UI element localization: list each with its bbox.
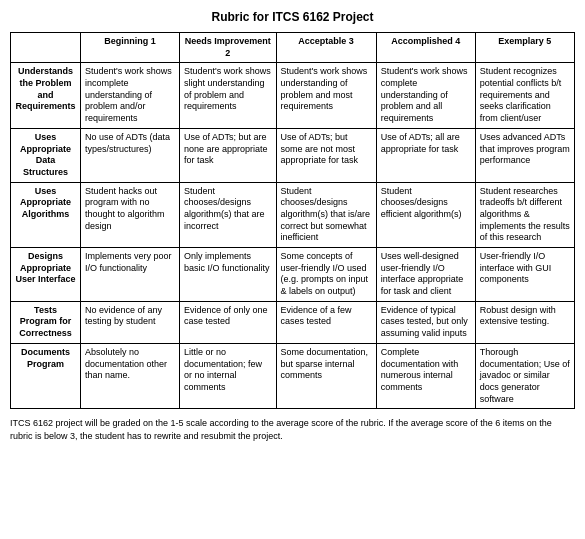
row-header-4: Tests Program for Correctness bbox=[11, 301, 81, 343]
row-header-5: Documents Program bbox=[11, 343, 81, 408]
cell-3-0: Implements very poor I/O functionality bbox=[81, 248, 180, 302]
cell-1-2: Use of ADTs; but some are not most appro… bbox=[276, 128, 376, 182]
row-header-0: Understands the Problem and Requirements bbox=[11, 63, 81, 128]
cell-1-3: Use of ADTs; all are appropriate for tas… bbox=[376, 128, 475, 182]
cell-5-0: Absolutely no documentation other than n… bbox=[81, 343, 180, 408]
cell-4-4: Robust design with extensive testing. bbox=[475, 301, 574, 343]
page-title: Rubric for ITCS 6162 Project bbox=[10, 10, 575, 24]
cell-5-2: Some documentation, but sparse internal … bbox=[276, 343, 376, 408]
cell-5-4: Thorough documentation; Use of javadoc o… bbox=[475, 343, 574, 408]
cell-2-1: Student chooses/designs algorithm(s) tha… bbox=[180, 182, 276, 247]
cell-4-1: Evidence of only one case tested bbox=[180, 301, 276, 343]
cell-0-3: Student's work shows complete understand… bbox=[376, 63, 475, 128]
cell-0-0: Student's work shows incomplete understa… bbox=[81, 63, 180, 128]
table-row: Understands the Problem and Requirements… bbox=[11, 63, 575, 128]
table-row: Tests Program for CorrectnessNo evidence… bbox=[11, 301, 575, 343]
cell-2-0: Student hacks out program with no though… bbox=[81, 182, 180, 247]
cell-4-3: Evidence of typical cases tested, but on… bbox=[376, 301, 475, 343]
cell-1-1: Use of ADTs; but are none are appropriat… bbox=[180, 128, 276, 182]
footer-note: ITCS 6162 project will be graded on the … bbox=[10, 417, 575, 442]
cell-2-3: Student chooses/designs efficient algori… bbox=[376, 182, 475, 247]
col-header-beginning: Beginning 1 bbox=[81, 33, 180, 63]
table-row: Documents ProgramAbsolutely no documenta… bbox=[11, 343, 575, 408]
cell-4-2: Evidence of a few cases tested bbox=[276, 301, 376, 343]
table-row: Uses Appropriate Data StructuresNo use o… bbox=[11, 128, 575, 182]
row-header-2: Uses Appropriate Algorithms bbox=[11, 182, 81, 247]
cell-0-1: Student's work shows slight understandin… bbox=[180, 63, 276, 128]
cell-2-4: Student researches tradeoffs b/t differe… bbox=[475, 182, 574, 247]
cell-3-1: Only implements basic I/O functionality bbox=[180, 248, 276, 302]
cell-4-0: No evidence of any testing by student bbox=[81, 301, 180, 343]
cell-5-1: Little or no documentation; few or no in… bbox=[180, 343, 276, 408]
col-header-needs-improvement: Needs Improvement 2 bbox=[180, 33, 276, 63]
row-header-1: Uses Appropriate Data Structures bbox=[11, 128, 81, 182]
col-header-criteria bbox=[11, 33, 81, 63]
col-header-acceptable: Acceptable 3 bbox=[276, 33, 376, 63]
col-header-accomplished: Accomplished 4 bbox=[376, 33, 475, 63]
cell-1-0: No use of ADTs (data types/structures) bbox=[81, 128, 180, 182]
table-row: Designs Appropriate User InterfaceImplem… bbox=[11, 248, 575, 302]
row-header-3: Designs Appropriate User Interface bbox=[11, 248, 81, 302]
rubric-table: Beginning 1 Needs Improvement 2 Acceptab… bbox=[10, 32, 575, 409]
cell-0-4: Student recognizes potential conflicts b… bbox=[475, 63, 574, 128]
cell-3-4: User-friendly I/O interface with GUI com… bbox=[475, 248, 574, 302]
col-header-exemplary: Exemplary 5 bbox=[475, 33, 574, 63]
cell-3-2: Some concepts of user-friendly I/O used … bbox=[276, 248, 376, 302]
cell-5-3: Complete documentation with numerous int… bbox=[376, 343, 475, 408]
cell-2-2: Student chooses/designs algorithm(s) tha… bbox=[276, 182, 376, 247]
cell-1-4: Uses advanced ADTs that improves program… bbox=[475, 128, 574, 182]
cell-0-2: Student's work shows understanding of pr… bbox=[276, 63, 376, 128]
cell-3-3: Uses well-designed user-friendly I/O int… bbox=[376, 248, 475, 302]
table-row: Uses Appropriate AlgorithmsStudent hacks… bbox=[11, 182, 575, 247]
